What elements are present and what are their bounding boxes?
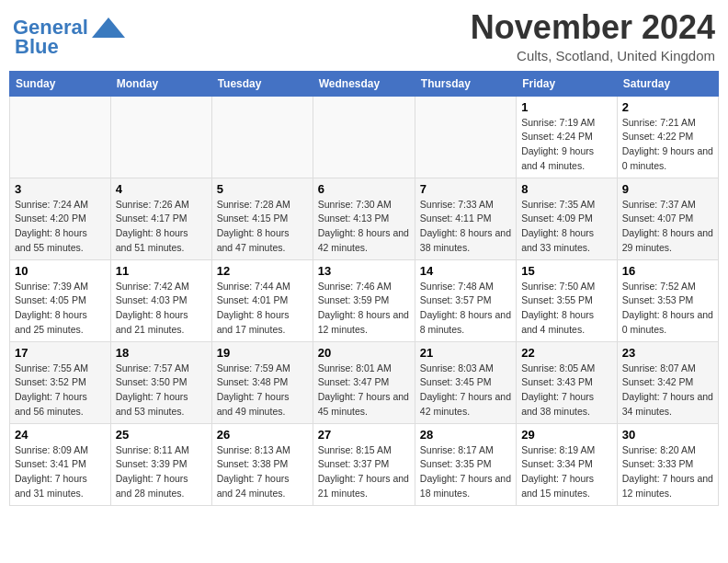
day-info: Sunrise: 8:19 AMSunset: 3:34 PMDaylight:… (521, 443, 612, 501)
day-info: Sunrise: 7:50 AMSunset: 3:55 PMDaylight:… (521, 280, 612, 338)
day-number: 13 (318, 264, 410, 278)
calendar-cell: 18Sunrise: 7:57 AMSunset: 3:50 PMDayligh… (110, 341, 211, 423)
day-info: Sunrise: 8:01 AMSunset: 3:47 PMDaylight:… (318, 362, 410, 419)
calendar-cell: 1Sunrise: 7:19 AMSunset: 4:24 PMDaylight… (517, 96, 618, 178)
day-info: Sunrise: 7:59 AMSunset: 3:48 PMDaylight:… (217, 362, 308, 419)
day-number: 4 (116, 182, 207, 196)
day-info: Sunrise: 8:03 AMSunset: 3:45 PMDaylight:… (420, 362, 511, 419)
day-info: Sunrise: 7:21 AMSunset: 4:22 PMDaylight:… (622, 116, 713, 174)
day-number: 1 (521, 100, 612, 114)
calendar-cell: 15Sunrise: 7:50 AMSunset: 3:55 PMDayligh… (517, 259, 618, 341)
day-info: Sunrise: 7:39 AMSunset: 4:05 PMDaylight:… (15, 280, 106, 338)
day-number: 16 (622, 264, 713, 278)
calendar-cell: 23Sunrise: 8:07 AMSunset: 3:42 PMDayligh… (617, 341, 718, 423)
day-info: Sunrise: 8:20 AMSunset: 3:33 PMDaylight:… (622, 443, 713, 501)
location-subtitle: Cults, Scotland, United Kingdom (471, 48, 715, 63)
day-info: Sunrise: 7:26 AMSunset: 4:17 PMDaylight:… (116, 198, 207, 256)
calendar-cell (313, 96, 415, 178)
day-info: Sunrise: 7:42 AMSunset: 4:03 PMDaylight:… (116, 280, 207, 338)
page-header: General Blue November 2024 Cults, Scotla… (9, 9, 719, 63)
calendar-table: SundayMondayTuesdayWednesdayThursdayFrid… (9, 71, 719, 506)
day-number: 5 (217, 182, 308, 196)
calendar-cell: 13Sunrise: 7:46 AMSunset: 3:59 PMDayligh… (313, 259, 415, 341)
day-info: Sunrise: 7:48 AMSunset: 3:57 PMDaylight:… (420, 280, 511, 338)
day-info: Sunrise: 8:11 AMSunset: 3:39 PMDaylight:… (116, 443, 207, 501)
day-info: Sunrise: 7:28 AMSunset: 4:15 PMDaylight:… (217, 198, 308, 256)
calendar-cell: 5Sunrise: 7:28 AMSunset: 4:15 PMDaylight… (211, 178, 313, 259)
day-number: 27 (318, 428, 410, 442)
calendar-cell (415, 96, 516, 178)
logo-blue-text: Blue (15, 35, 59, 59)
calendar-cell (211, 96, 313, 178)
day-info: Sunrise: 8:07 AMSunset: 3:42 PMDaylight:… (622, 362, 713, 419)
day-number: 11 (116, 264, 207, 278)
calendar-cell: 14Sunrise: 7:48 AMSunset: 3:57 PMDayligh… (415, 259, 516, 341)
calendar-cell: 30Sunrise: 8:20 AMSunset: 3:33 PMDayligh… (617, 423, 718, 505)
calendar-cell: 19Sunrise: 7:59 AMSunset: 3:48 PMDayligh… (211, 341, 313, 423)
calendar-cell: 16Sunrise: 7:52 AMSunset: 3:53 PMDayligh… (617, 259, 718, 341)
day-info: Sunrise: 7:19 AMSunset: 4:24 PMDaylight:… (521, 116, 612, 174)
day-number: 28 (420, 428, 511, 442)
weekday-header-saturday: Saturday (617, 71, 718, 96)
day-number: 26 (217, 428, 308, 442)
calendar-cell: 17Sunrise: 7:55 AMSunset: 3:52 PMDayligh… (10, 341, 111, 423)
day-number: 17 (15, 346, 106, 360)
day-info: Sunrise: 7:55 AMSunset: 3:52 PMDaylight:… (15, 362, 106, 419)
day-number: 10 (15, 264, 106, 278)
day-number: 22 (521, 346, 612, 360)
calendar-cell: 26Sunrise: 8:13 AMSunset: 3:38 PMDayligh… (211, 423, 313, 505)
calendar-cell: 24Sunrise: 8:09 AMSunset: 3:41 PMDayligh… (10, 423, 111, 505)
weekday-header-wednesday: Wednesday (313, 71, 415, 96)
logo: General Blue (13, 17, 125, 59)
day-info: Sunrise: 8:09 AMSunset: 3:41 PMDaylight:… (15, 443, 106, 501)
calendar-cell: 12Sunrise: 7:44 AMSunset: 4:01 PMDayligh… (211, 259, 313, 341)
day-number: 20 (318, 346, 410, 360)
day-number: 3 (15, 182, 106, 196)
day-number: 15 (521, 264, 612, 278)
weekday-header-friday: Friday (517, 71, 618, 96)
day-number: 9 (622, 182, 713, 196)
day-info: Sunrise: 7:33 AMSunset: 4:11 PMDaylight:… (420, 198, 511, 256)
calendar-cell: 27Sunrise: 8:15 AMSunset: 3:37 PMDayligh… (313, 423, 415, 505)
weekday-header-tuesday: Tuesday (211, 71, 313, 96)
svg-marker-0 (92, 17, 125, 38)
calendar-cell: 3Sunrise: 7:24 AMSunset: 4:20 PMDaylight… (10, 178, 111, 259)
day-info: Sunrise: 7:57 AMSunset: 3:50 PMDaylight:… (116, 362, 207, 419)
calendar-cell (110, 96, 211, 178)
day-number: 12 (217, 264, 308, 278)
calendar-cell: 4Sunrise: 7:26 AMSunset: 4:17 PMDaylight… (110, 178, 211, 259)
day-info: Sunrise: 8:17 AMSunset: 3:35 PMDaylight:… (420, 443, 511, 501)
calendar-cell: 10Sunrise: 7:39 AMSunset: 4:05 PMDayligh… (10, 259, 111, 341)
calendar-cell (10, 96, 111, 178)
title-area: November 2024 Cults, Scotland, United Ki… (471, 9, 715, 63)
day-info: Sunrise: 7:44 AMSunset: 4:01 PMDaylight:… (217, 280, 308, 338)
calendar-cell: 8Sunrise: 7:35 AMSunset: 4:09 PMDaylight… (517, 178, 618, 259)
day-info: Sunrise: 7:37 AMSunset: 4:07 PMDaylight:… (622, 198, 713, 256)
day-number: 2 (622, 100, 713, 114)
day-info: Sunrise: 8:15 AMSunset: 3:37 PMDaylight:… (318, 443, 410, 501)
calendar-cell: 6Sunrise: 7:30 AMSunset: 4:13 PMDaylight… (313, 178, 415, 259)
day-number: 8 (521, 182, 612, 196)
month-title: November 2024 (471, 9, 715, 46)
day-info: Sunrise: 8:13 AMSunset: 3:38 PMDaylight:… (217, 443, 308, 501)
day-info: Sunrise: 8:05 AMSunset: 3:43 PMDaylight:… (521, 362, 612, 419)
calendar-cell: 20Sunrise: 8:01 AMSunset: 3:47 PMDayligh… (313, 341, 415, 423)
calendar-cell: 28Sunrise: 8:17 AMSunset: 3:35 PMDayligh… (415, 423, 516, 505)
day-number: 25 (116, 428, 207, 442)
day-info: Sunrise: 7:52 AMSunset: 3:53 PMDaylight:… (622, 280, 713, 338)
weekday-header-thursday: Thursday (415, 71, 516, 96)
day-number: 24 (15, 428, 106, 442)
day-info: Sunrise: 7:46 AMSunset: 3:59 PMDaylight:… (318, 280, 410, 338)
day-number: 7 (420, 182, 511, 196)
calendar-cell: 21Sunrise: 8:03 AMSunset: 3:45 PMDayligh… (415, 341, 516, 423)
day-number: 29 (521, 428, 612, 442)
calendar-cell: 25Sunrise: 8:11 AMSunset: 3:39 PMDayligh… (110, 423, 211, 505)
day-number: 14 (420, 264, 511, 278)
calendar-cell: 29Sunrise: 8:19 AMSunset: 3:34 PMDayligh… (517, 423, 618, 505)
day-number: 18 (116, 346, 207, 360)
day-number: 21 (420, 346, 511, 360)
calendar-cell: 7Sunrise: 7:33 AMSunset: 4:11 PMDaylight… (415, 178, 516, 259)
day-number: 19 (217, 346, 308, 360)
day-number: 30 (622, 428, 713, 442)
weekday-header-monday: Monday (110, 71, 211, 96)
